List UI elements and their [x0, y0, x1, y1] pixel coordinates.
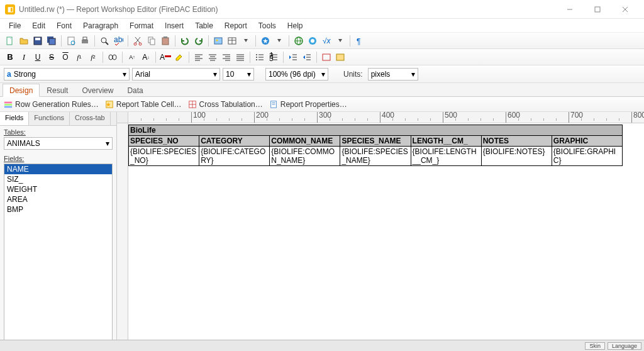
- menu-font[interactable]: Font: [52, 20, 77, 31]
- menu-help[interactable]: Help: [282, 20, 308, 31]
- copy-icon[interactable]: [145, 35, 158, 47]
- strike-icon[interactable]: S: [45, 51, 58, 64]
- menu-insert[interactable]: Insert: [160, 20, 189, 31]
- italic-icon[interactable]: I: [18, 51, 30, 64]
- menu-edit[interactable]: Edit: [27, 20, 50, 31]
- align-right-icon[interactable]: [220, 51, 233, 64]
- menu-format[interactable]: Format: [125, 20, 158, 31]
- column-header[interactable]: COMMON_NAME: [270, 136, 340, 147]
- spellcheck-icon[interactable]: abc: [112, 35, 125, 47]
- column-header[interactable]: CATEGORY: [199, 136, 270, 147]
- align-justify-icon[interactable]: [234, 51, 247, 64]
- font-family-select[interactable]: Arial▾: [132, 68, 220, 81]
- formula-icon[interactable]: √x: [320, 35, 333, 47]
- formula-dropdown-icon[interactable]: [334, 35, 347, 47]
- sidebar-tab-functions[interactable]: Functions: [29, 112, 70, 125]
- skin-selector[interactable]: Skin: [585, 342, 605, 350]
- data-cell[interactable]: {BIOLIFE:LENGTH__CM_}: [411, 147, 481, 166]
- menu-file[interactable]: File: [4, 20, 26, 31]
- outdent-icon[interactable]: [287, 51, 299, 64]
- report-title-cell[interactable]: BioLife: [129, 125, 623, 136]
- data-cell[interactable]: {BIOLIFE:SPECIES_NO}: [129, 147, 199, 166]
- tab-overview[interactable]: Overview: [75, 84, 120, 96]
- data-cell[interactable]: {BIOLIFE:NOTES}: [481, 147, 552, 166]
- print-icon[interactable]: [79, 35, 91, 47]
- sidebar-tab-fields[interactable]: Fields: [0, 112, 29, 125]
- align-left-icon[interactable]: [192, 51, 205, 64]
- find-icon[interactable]: [98, 35, 111, 47]
- cross-tabulation-button[interactable]: Cross Tabulation…: [188, 100, 263, 109]
- sidebar-tab-crosstab[interactable]: Cross-tab: [70, 112, 111, 125]
- menu-table[interactable]: Table: [190, 20, 218, 31]
- superscript-icon[interactable]: f2: [87, 51, 99, 64]
- highlight-icon[interactable]: [173, 51, 186, 64]
- zoom-select[interactable]: 100% (96 dpi)▾: [265, 68, 328, 81]
- insert-symbol-icon[interactable]: [106, 51, 119, 64]
- tab-result[interactable]: Result: [40, 84, 75, 96]
- new-icon[interactable]: [4, 35, 16, 47]
- table-icon[interactable]: [226, 35, 238, 47]
- font-grow-icon[interactable]: A↑: [126, 51, 138, 64]
- hyperlink-icon[interactable]: [292, 35, 305, 47]
- font-shrink-icon[interactable]: A↓: [140, 51, 152, 64]
- table-dropdown-icon[interactable]: [240, 35, 252, 47]
- column-header[interactable]: GRAPHIC: [552, 136, 622, 147]
- fields-list[interactable]: NAME SIZ_ WEIGHT AREA BMP: [4, 164, 113, 343]
- field-item[interactable]: AREA: [4, 194, 112, 204]
- bookmark-icon[interactable]: [259, 35, 272, 47]
- row-generation-rules-button[interactable]: Row Generation Rules…: [4, 100, 99, 109]
- bold-icon[interactable]: B: [4, 51, 16, 64]
- anchor-icon[interactable]: [306, 35, 319, 47]
- field-item[interactable]: WEIGHT: [4, 184, 112, 194]
- column-header[interactable]: SPECIES_NO: [129, 136, 199, 147]
- shading-icon[interactable]: [334, 51, 347, 64]
- paste-icon[interactable]: [159, 35, 172, 47]
- field-item[interactable]: BMP: [4, 204, 112, 214]
- undo-icon[interactable]: [179, 35, 191, 47]
- underline-icon[interactable]: U: [31, 51, 44, 64]
- data-cell[interactable]: {BIOLIFE:GRAPHIC}: [552, 147, 622, 166]
- menu-tools[interactable]: Tools: [253, 20, 281, 31]
- column-header[interactable]: LENGTH__CM_: [411, 136, 481, 147]
- maximize-button[interactable]: [584, 1, 611, 18]
- report-properties-button[interactable]: Report Properties…: [269, 100, 347, 109]
- close-button[interactable]: [611, 1, 639, 18]
- report-table[interactable]: BioLife SPECIES_NO CATEGORY COMMON_NAME …: [128, 125, 623, 166]
- column-header[interactable]: NOTES: [481, 136, 552, 147]
- tables-select[interactable]: ANIMALS▾: [4, 137, 113, 150]
- report-table-cell-button[interactable]: Report Table Cell…: [105, 100, 182, 109]
- report-page[interactable]: BioLife SPECIES_NO CATEGORY COMMON_NAME …: [128, 125, 641, 166]
- menu-report[interactable]: Report: [219, 20, 252, 31]
- redo-icon[interactable]: [192, 35, 205, 47]
- bookmark-dropdown-icon[interactable]: [273, 35, 286, 47]
- open-icon[interactable]: [18, 35, 30, 47]
- bullet-list-icon[interactable]: [253, 51, 266, 64]
- cut-icon[interactable]: [131, 35, 144, 47]
- save-icon[interactable]: [31, 35, 44, 47]
- data-cell[interactable]: {BIOLIFE:CATEGORY}: [199, 147, 270, 166]
- print-preview-icon[interactable]: [65, 35, 77, 47]
- menu-paragraph[interactable]: Paragraph: [78, 20, 123, 31]
- column-header[interactable]: SPECIES_NAME: [340, 136, 411, 147]
- paragraph-style-select[interactable]: a Strong ▾: [4, 68, 130, 81]
- font-color-icon[interactable]: A: [159, 51, 172, 64]
- subscript-icon[interactable]: f1: [73, 51, 86, 64]
- save-all-icon[interactable]: [45, 35, 58, 47]
- pilcrow-icon[interactable]: ¶: [353, 35, 366, 47]
- tab-data[interactable]: Data: [120, 84, 150, 96]
- units-select[interactable]: pixels▾: [368, 68, 418, 81]
- overline-icon[interactable]: O: [59, 51, 72, 64]
- minimize-button[interactable]: [556, 1, 584, 18]
- data-cell[interactable]: {BIOLIFE:SPECIES_NAME}: [340, 147, 411, 166]
- borders-icon[interactable]: [320, 51, 333, 64]
- design-canvas[interactable]: 100200300400500600700800 BioLife SPECIES…: [117, 112, 644, 351]
- field-item[interactable]: NAME: [4, 164, 112, 174]
- tab-design[interactable]: Design: [3, 84, 40, 97]
- data-cell[interactable]: {BIOLIFE:COMMON_NAME}: [270, 147, 340, 166]
- indent-icon[interactable]: [301, 51, 313, 64]
- field-item[interactable]: SIZ_: [4, 174, 112, 184]
- align-center-icon[interactable]: [206, 51, 219, 64]
- language-selector[interactable]: Language: [608, 342, 641, 350]
- font-size-select[interactable]: 10▾: [223, 68, 254, 81]
- image-icon[interactable]: [212, 35, 225, 47]
